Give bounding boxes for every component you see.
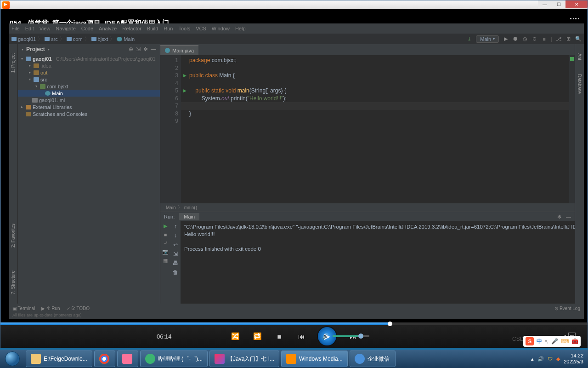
up-icon[interactable]: ↑ — [174, 223, 177, 230]
crumb-src[interactable]: src — [45, 36, 58, 42]
ime-toolbox-icon[interactable]: 🧰 — [571, 338, 578, 345]
crumb-class[interactable]: Main — [166, 205, 176, 210]
tree-src[interactable]: ▾src — [18, 76, 160, 83]
run-icon[interactable]: ▶ — [503, 36, 509, 42]
tray-volume-icon[interactable]: 🔊 — [537, 356, 544, 362]
analysis-bar[interactable] — [569, 55, 575, 203]
wrap-icon[interactable]: ↩ — [173, 242, 178, 248]
tray-security-icon[interactable]: 🛡 — [548, 356, 553, 362]
menu-window[interactable]: Window — [212, 26, 230, 31]
search-icon[interactable]: 🔍 — [575, 36, 581, 42]
menu-analyze[interactable]: Analyze — [99, 26, 117, 31]
crumb-project[interactable]: gaoqi01 — [11, 36, 36, 42]
system-tray[interactable]: ▴ 🔊 🛡 ◆ 14:22 2022/5/3 — [526, 353, 588, 365]
volume-thumb[interactable] — [358, 334, 363, 339]
ime-keyboard-icon[interactable]: ⌨ — [561, 338, 569, 345]
status-todo[interactable]: ✓ 6: TODO — [67, 306, 90, 311]
shuffle-button[interactable]: 🔀 — [229, 330, 242, 343]
maximize-button[interactable]: ☐ — [552, 0, 565, 8]
tray-app-icon[interactable]: ◆ — [556, 356, 560, 362]
task-bilibili-app[interactable] — [117, 351, 138, 367]
collapse-icon[interactable]: ⇲ — [136, 46, 141, 52]
crumb-main[interactable]: Main — [117, 36, 135, 42]
tab-project[interactable]: 1: Project — [11, 53, 16, 73]
menu-edit[interactable]: Edit — [25, 26, 34, 31]
code-editor[interactable]: 123▶45▶6789 package com.bjsxt; public cl… — [160, 55, 575, 203]
stop-button[interactable]: ■ — [273, 330, 286, 343]
status-eventlog[interactable]: ⊙ Event Log — [554, 306, 580, 311]
tab-ant[interactable]: Ant — [577, 53, 582, 60]
taskbar-clock[interactable]: 14:22 2022/5/3 — [564, 353, 583, 365]
tree-scratches[interactable]: Scratches and Consoles — [18, 110, 160, 117]
tree-ext-lib[interactable]: ▸External Libraries — [18, 104, 160, 110]
volume-slider[interactable] — [333, 335, 369, 337]
ide-menubar[interactable]: File Edit View Navigate Code Analyze Ref… — [9, 23, 584, 34]
menu-navigate[interactable]: Navigate — [56, 26, 75, 31]
code-content[interactable]: package com.bjsxt; public class Main { p… — [181, 55, 569, 203]
coverage-icon[interactable]: ◷ — [522, 36, 528, 42]
menu-vcs[interactable]: VCS — [196, 26, 206, 31]
task-intellij[interactable]: 【Java入门】七 I... — [209, 351, 279, 367]
prev-button[interactable]: ⏮ — [295, 330, 308, 343]
tab-database[interactable]: Database — [577, 74, 582, 94]
crumb-bjsxt[interactable]: bjsxt — [91, 36, 108, 42]
menu-build[interactable]: Build — [147, 26, 158, 31]
ime-toolbar[interactable]: S 中 •, 🎤 ⌨ 🧰 — [523, 336, 581, 347]
scroll-icon[interactable]: ⇲ — [173, 251, 178, 257]
task-360browser[interactable]: 哔哩哔哩 (゜-゜)... — [140, 351, 208, 367]
wmp-progress-bar[interactable] — [0, 322, 588, 325]
stop-icon[interactable]: ■ — [164, 232, 167, 237]
ime-voice-icon[interactable]: 🎤 — [551, 338, 558, 345]
wmp-titlebar[interactable]: — ☐ ✕ — [0, 0, 588, 9]
start-button[interactable] — [0, 350, 25, 368]
tray-show-hidden-icon[interactable]: ▴ — [531, 356, 534, 362]
tree-out[interactable]: ▸out — [18, 69, 160, 76]
status-terminal[interactable]: ▣ Terminal — [12, 306, 35, 311]
build-icon[interactable]: ⤓ — [466, 36, 472, 42]
editor-tab-main[interactable]: Main.java — [160, 45, 198, 55]
stop-icon[interactable]: ■ — [541, 36, 547, 42]
minimize-button[interactable]: — — [538, 0, 552, 8]
ime-lang[interactable]: 中 — [537, 338, 542, 345]
debug-icon[interactable]: ⬢ — [512, 36, 518, 42]
project-tree[interactable]: ▾gaoqi01 C:\Users\Administrator\IdeaProj… — [18, 54, 160, 304]
locate-icon[interactable]: ⊕ — [129, 46, 133, 52]
profile-icon[interactable]: ⊙ — [531, 36, 537, 42]
tree-root[interactable]: ▾gaoqi01 C:\Users\Administrator\IdeaProj… — [18, 55, 160, 62]
menu-file[interactable]: File — [11, 26, 20, 31]
clear-icon[interactable]: 🗑 — [173, 269, 178, 276]
settings-icon[interactable]: ✻ — [143, 46, 148, 52]
task-wxwork[interactable]: 企业微信 — [350, 351, 396, 367]
exit-icon[interactable]: ⤶ — [164, 240, 168, 246]
layout-icon[interactable]: ▦ — [163, 258, 168, 264]
task-chrome[interactable] — [94, 351, 115, 367]
task-wmp[interactable]: Windows Media... — [281, 351, 348, 367]
vcs-icon[interactable]: ⎇ — [556, 36, 562, 42]
dump-icon[interactable]: 📷 — [162, 249, 169, 255]
menu-code[interactable]: Code — [81, 26, 93, 31]
print-icon[interactable]: 🖶 — [173, 260, 178, 266]
run-tab-main[interactable]: Main — [179, 213, 199, 220]
crumb-method[interactable]: main() — [184, 205, 197, 210]
run-config-selector[interactable]: Main▾ — [476, 35, 499, 43]
hide-icon[interactable]: — — [151, 46, 156, 52]
menu-help[interactable]: Help — [235, 26, 246, 31]
task-explorer[interactable]: E:\FeigeDownlo... — [26, 351, 92, 367]
tab-structure[interactable]: 7: Structure — [11, 270, 16, 294]
volume-icon[interactable]: 🔊 — [322, 333, 329, 339]
ime-punct-icon[interactable]: •, — [545, 338, 548, 345]
run-hide-icon[interactable]: — — [566, 214, 571, 219]
close-button[interactable]: ✕ — [565, 0, 588, 8]
menu-tools[interactable]: Tools — [178, 26, 190, 31]
crumb-com[interactable]: com — [67, 36, 83, 42]
tree-iml[interactable]: gaoqi01.iml — [18, 97, 160, 104]
sogou-icon[interactable]: S — [526, 337, 534, 345]
menu-run[interactable]: Run — [164, 26, 173, 31]
tree-pkg[interactable]: ▾com.bjsxt — [18, 83, 160, 90]
tree-idea[interactable]: ▸.idea — [18, 62, 160, 69]
down-icon[interactable]: ↓ — [174, 232, 177, 239]
status-run[interactable]: ▶ 4: Run — [41, 306, 60, 311]
tree-main-class[interactable]: Main — [18, 90, 160, 97]
structure-icon[interactable]: ⊞ — [565, 36, 571, 42]
tab-favorites[interactable]: 2: Favorites — [11, 224, 16, 247]
